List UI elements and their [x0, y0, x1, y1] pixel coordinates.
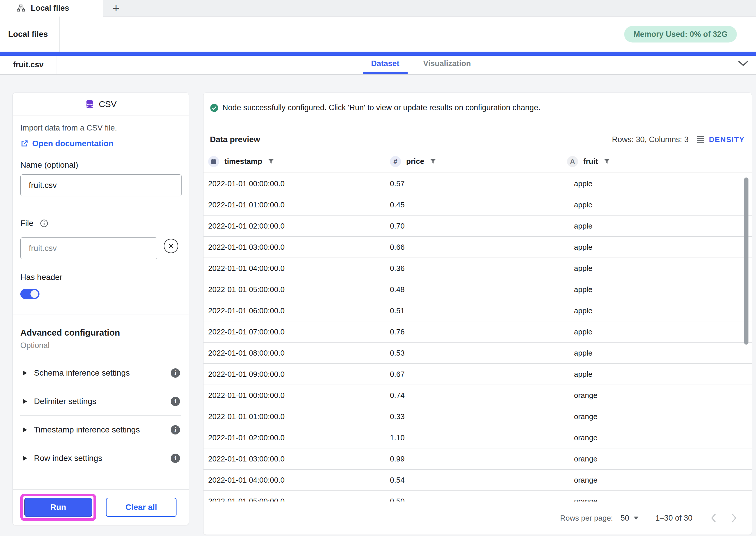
section-label: Timestamp inference settings — [34, 425, 171, 434]
name-input[interactable] — [20, 174, 182, 196]
main-content: CSV Import data from a CSV file. Open do… — [0, 75, 756, 536]
config-footer: Run Clear all — [13, 489, 189, 525]
price-cell: 1.10 — [390, 433, 567, 442]
advanced-section-row[interactable]: Timestamp inference settings i — [20, 416, 181, 444]
info-icon[interactable] — [40, 219, 49, 228]
timestamp-cell: 2022-01-01 05:00:00.0 — [208, 285, 390, 294]
table-row: 2022-01-01 07:00:00.0 0.76 apple — [203, 321, 752, 343]
table-row: 2022-01-01 02:00:00.0 0.70 apple — [203, 216, 752, 237]
scrollbar-thumb[interactable] — [744, 178, 748, 345]
fruit-cell: orange — [567, 454, 746, 463]
run-button[interactable]: Run — [24, 498, 92, 517]
fruit-cell: apple — [567, 200, 746, 209]
table-row: 2022-01-01 01:00:00.0 0.45 apple — [203, 194, 752, 216]
app-title-wrap: Local files — [0, 17, 60, 51]
status-message: Node successfully configured. Click 'Run… — [222, 103, 540, 112]
fruit-cell: orange — [567, 497, 746, 502]
flow-graph-icon — [16, 4, 25, 13]
price-cell: 0.53 — [390, 349, 567, 358]
table-row: 2022-01-01 05:00:00.0 0.50 orange — [203, 491, 752, 501]
database-icon — [85, 99, 95, 109]
filter-icon[interactable] — [268, 158, 275, 165]
table-row: 2022-01-01 06:00:00.0 0.51 apple — [203, 300, 752, 321]
memory-usage-badge: Memory Used: 0% of 32G — [624, 26, 737, 42]
clear-file-button[interactable] — [164, 239, 178, 253]
tab-visualization[interactable]: Visualization — [415, 56, 479, 74]
timestamp-cell: 2022-01-01 07:00:00.0 — [208, 327, 390, 336]
advanced-section-row[interactable]: Delimiter settings i — [20, 387, 181, 416]
tab-dataset[interactable]: Dataset — [363, 56, 408, 74]
expand-triangle-icon — [23, 370, 27, 376]
node-tab-fruit-csv[interactable]: fruit.csv — [0, 56, 57, 74]
table-row: 2022-01-01 03:00:00.0 0.99 orange — [203, 449, 752, 470]
open-documentation-link[interactable]: Open documentation — [20, 139, 181, 148]
price-cell: 0.36 — [390, 264, 567, 273]
density-label: DENSITY — [709, 135, 745, 144]
run-button-highlight: Run — [20, 494, 96, 521]
file-input[interactable] — [20, 237, 157, 259]
table-header-row: timestamp # price A fruit — [203, 150, 752, 173]
table-row: 2022-01-01 00:00:00.0 0.74 orange — [203, 385, 752, 406]
advanced-configuration-subtitle: Optional — [20, 341, 181, 350]
timestamp-cell: 2022-01-01 09:00:00.0 — [208, 370, 390, 379]
price-cell: 0.51 — [390, 306, 567, 315]
advanced-section-row[interactable]: Schema inference settings i — [20, 359, 181, 387]
timestamp-cell: 2022-01-01 03:00:00.0 — [208, 243, 390, 252]
fruit-cell: apple — [567, 306, 746, 315]
accent-bar — [0, 51, 756, 56]
tab-strip-background: + — [103, 0, 756, 17]
price-cell: 0.74 — [390, 391, 567, 400]
number-type-icon: # — [390, 156, 401, 167]
filter-icon[interactable] — [603, 158, 611, 165]
previous-page-button[interactable] — [710, 513, 717, 523]
status-message-row: Node successfully configured. Click 'Run… — [203, 93, 752, 112]
next-page-button[interactable] — [731, 513, 737, 523]
expand-triangle-icon — [23, 427, 27, 432]
new-tab-button[interactable]: + — [113, 2, 119, 14]
timestamp-cell: 2022-01-01 01:00:00.0 — [208, 412, 390, 421]
price-cell: 0.76 — [390, 327, 567, 336]
timestamp-cell: 2022-01-01 04:00:00.0 — [208, 264, 390, 273]
fruit-cell: apple — [567, 370, 746, 379]
divider — [13, 314, 189, 315]
timestamp-cell: 2022-01-01 02:00:00.0 — [208, 221, 390, 231]
column-header-fruit: A fruit — [567, 156, 746, 167]
config-body: Import data from a CSV file. Open docume… — [13, 116, 189, 489]
divider — [13, 206, 189, 206]
filter-icon[interactable] — [429, 158, 437, 165]
expand-triangle-icon — [23, 399, 27, 404]
fruit-cell: orange — [567, 476, 746, 485]
timestamp-cell: 2022-01-01 08:00:00.0 — [208, 349, 390, 358]
density-control[interactable]: DENSITY — [696, 135, 745, 144]
fruit-cell: apple — [567, 243, 746, 252]
advanced-sections: Schema inference settings i Delimiter se… — [20, 359, 181, 473]
rows-per-page-select[interactable]: 50 — [620, 514, 638, 523]
browser-tab-local-files[interactable]: Local files — [0, 0, 103, 17]
timestamp-cell: 2022-01-01 01:00:00.0 — [208, 200, 390, 209]
column-header-timestamp: timestamp — [208, 156, 390, 167]
name-field-block: Name (optional) — [20, 160, 181, 196]
tab-strip: Local files + — [0, 0, 756, 17]
price-cell: 0.50 — [390, 497, 567, 502]
table-row: 2022-01-01 01:00:00.0 0.33 orange — [203, 406, 752, 427]
has-header-toggle[interactable] — [20, 289, 40, 299]
table-row: 2022-01-01 00:00:00.0 0.57 apple — [203, 173, 752, 194]
advanced-section-row[interactable]: Row index settings i — [20, 444, 181, 473]
chevron-down-icon[interactable] — [738, 60, 749, 68]
info-icon[interactable]: i — [171, 453, 180, 463]
rows-per-page-label: Rows per page: — [560, 514, 613, 523]
price-cell: 0.57 — [390, 179, 567, 188]
node-description: Import data from a CSV file. — [20, 123, 181, 133]
info-icon[interactable]: i — [171, 397, 180, 406]
price-cell: 0.67 — [390, 370, 567, 379]
info-icon[interactable]: i — [171, 368, 180, 378]
clear-all-button[interactable]: Clear all — [106, 498, 176, 517]
fruit-cell: apple — [567, 179, 746, 188]
table-row: 2022-01-01 02:00:00.0 1.10 orange — [203, 427, 752, 449]
node-type-label: CSV — [99, 99, 117, 109]
timestamp-cell: 2022-01-01 04:00:00.0 — [208, 476, 390, 485]
preview-header: Data preview Rows: 30, Columns: 3 DENSIT… — [210, 135, 745, 144]
table-row: 2022-01-01 03:00:00.0 0.66 apple — [203, 237, 752, 258]
timestamp-cell: 2022-01-01 06:00:00.0 — [208, 306, 390, 315]
info-icon[interactable]: i — [171, 425, 180, 434]
